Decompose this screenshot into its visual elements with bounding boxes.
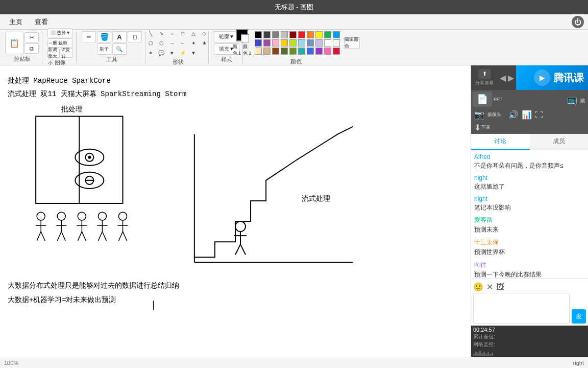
select-button[interactable]: ⬜ 选择▼ <box>47 28 73 37</box>
sidebar-tabs: 讨论 成员 <box>471 134 588 150</box>
svg-line-19 <box>78 232 82 241</box>
swatch-black[interactable] <box>255 31 262 38</box>
swatch-teal[interactable] <box>298 48 305 55</box>
swatch-crimson[interactable] <box>333 48 340 55</box>
more-shapes[interactable]: ▼ <box>189 48 198 57</box>
download-btn[interactable]: ⬇ <box>474 123 481 132</box>
swatch-royalblue[interactable] <box>307 48 314 55</box>
swatch-purple[interactable] <box>263 39 271 47</box>
swatch-moccasin[interactable] <box>255 48 262 55</box>
menu-home[interactable]: 主页 <box>4 16 28 28</box>
line-shape[interactable]: ╲ <box>146 29 155 38</box>
swatch-darkgray[interactable] <box>263 31 271 38</box>
image-attach-icon[interactable]: 🖼 <box>496 283 504 292</box>
camera-btn[interactable]: 📷 <box>474 110 484 120</box>
shapes-section: ╲ ∿ ○ □ △ ◇ ⬠ ⬡ → ← ✦ ★ ✶ 💬 ♥ ⚡ ▼ 形状 <box>148 31 209 64</box>
fullscreen-btn[interactable]: ⛶ <box>535 110 543 120</box>
swatch-offwhite[interactable] <box>333 39 340 47</box>
person1 <box>36 212 46 241</box>
svg-point-26 <box>119 212 127 220</box>
triangle-shape[interactable]: △ <box>189 29 198 38</box>
swatch-darkred[interactable] <box>289 31 297 38</box>
chat-text-0: 不是你耳朵有问题，是你音频声≤ <box>474 162 585 170</box>
swatch-pink[interactable] <box>272 39 279 47</box>
swatch-darkolive[interactable] <box>281 48 288 55</box>
chat-input[interactable] <box>473 293 570 324</box>
copy-button[interactable]: ⧉ <box>24 43 39 54</box>
pentagon-shape[interactable]: ⬠ <box>146 38 155 48</box>
menu-view[interactable]: 查看 <box>30 16 53 28</box>
canvas-area[interactable]: 批处理 MapReuce SparkCore 流式处理 双11 天猫大屏幕 Sp… <box>0 65 471 357</box>
callout-shape[interactable]: 💬 <box>157 48 166 57</box>
swatch-gray[interactable] <box>272 31 279 38</box>
staircase-line <box>194 127 353 258</box>
oval-shape[interactable]: ○ <box>167 29 177 38</box>
tencent-play-btn[interactable]: ▶ <box>534 70 550 86</box>
hexagon-shape[interactable]: ⬡ <box>157 38 166 48</box>
swatch-lightblue[interactable] <box>298 39 305 47</box>
ppt-icon-btn[interactable]: 📄 <box>473 91 492 107</box>
input-send-row: 发 <box>473 293 586 324</box>
cut-button[interactable]: ✂ <box>24 32 39 42</box>
star5-shape[interactable]: ★ <box>200 38 209 48</box>
colors-label: 颜色 <box>290 58 302 65</box>
swatch-brown[interactable] <box>272 48 279 55</box>
volume-btn[interactable]: 🔊 <box>508 110 519 120</box>
diamond-shape[interactable]: ◇ <box>200 29 209 38</box>
brush-button[interactable]: 刷子 <box>97 43 111 55</box>
share-screen-btn[interactable]: ⬆ <box>478 69 491 79</box>
swatch-white[interactable] <box>324 39 331 47</box>
color1-box[interactable] <box>236 29 248 41</box>
shapes-grid: ╲ ∿ ○ □ △ ◇ ⬠ ⬡ → ← ✦ ★ ✶ 💬 ♥ ⚡ ▼ <box>146 29 210 57</box>
stream-label: 流式处理 <box>302 194 330 202</box>
swatch-green[interactable] <box>324 31 331 38</box>
power-button[interactable]: ⏻ <box>572 16 584 28</box>
pencil-button[interactable]: ✏ <box>82 31 96 42</box>
swatch-lime[interactable] <box>289 39 297 47</box>
prev-arrow[interactable]: ◀ <box>500 73 506 83</box>
star6-shape[interactable]: ✶ <box>146 48 155 57</box>
timer-area: 00:24:57 累计差包: 网络监控: <box>471 326 588 357</box>
chat-text-5: 预测一下今晚的比赛结果 <box>474 270 585 279</box>
network-label: 网络监控: <box>473 341 586 348</box>
tab-discussion[interactable]: 讨论 <box>471 134 530 150</box>
next-arrow[interactable]: ▶ <box>508 73 514 83</box>
swatch-orange[interactable] <box>307 31 314 38</box>
heart-shape[interactable]: ♥ <box>167 48 177 57</box>
swatch-lavender[interactable] <box>315 39 323 47</box>
swatch-lightgray[interactable] <box>281 31 288 38</box>
swatch-steelblue[interactable] <box>307 39 314 47</box>
svg-point-2 <box>88 156 91 159</box>
arrow-left-shape[interactable]: ← <box>178 38 187 48</box>
swatch-blue[interactable] <box>333 31 340 38</box>
swatch-red[interactable] <box>298 31 305 38</box>
image-section: ⬜ 选择▼ ✂ 裁剪 ↔重新调整大小 ↺旋转 图像 <box>44 31 77 64</box>
resize-button[interactable]: ↔重新调整大小 <box>47 49 60 58</box>
color-picker-button[interactable]: 🔍 <box>112 43 127 55</box>
swatch-indigo[interactable] <box>255 39 262 47</box>
swatch-darkorchid[interactable] <box>315 48 323 55</box>
video-mode-btn[interactable]: 📺 <box>567 95 577 104</box>
close-icon[interactable]: ✕ <box>486 282 493 292</box>
emoji-icon[interactable]: 🙂 <box>473 282 483 292</box>
star4-shape[interactable]: ✦ <box>189 38 198 48</box>
eraser-button[interactable]: ◻ <box>128 31 142 42</box>
swatch-gold[interactable] <box>281 39 288 47</box>
chart-btn[interactable]: 📊 <box>522 110 532 120</box>
swatch-hotpink[interactable] <box>324 48 331 55</box>
text-button[interactable]: A <box>112 31 127 42</box>
send-button[interactable]: 发 <box>572 309 586 324</box>
timer-label: 累计差包: <box>473 333 586 340</box>
lightning-shape[interactable]: ⚡ <box>178 48 187 57</box>
tab-members[interactable]: 成员 <box>530 134 589 150</box>
swatch-yellow[interactable] <box>315 31 323 38</box>
swatch-olive[interactable] <box>289 48 297 55</box>
rotate-button[interactable]: ↺旋转 <box>61 49 73 58</box>
curve-shape[interactable]: ∿ <box>157 29 166 38</box>
rect-shape[interactable]: □ <box>178 29 187 38</box>
swatch-tan[interactable] <box>263 48 271 55</box>
paste-button[interactable]: 📋 <box>5 32 23 54</box>
edit-colors-button[interactable]: 编辑颜色 <box>344 37 360 49</box>
arrow-right-shape[interactable]: → <box>167 38 177 48</box>
fill-button[interactable]: 🪣 <box>97 31 111 42</box>
